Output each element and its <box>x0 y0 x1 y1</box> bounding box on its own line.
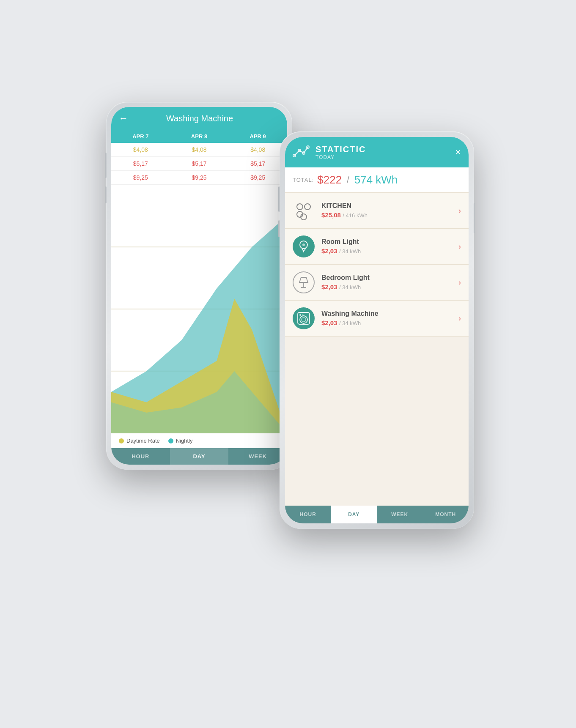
list-item[interactable]: KITCHEN $25,08 / 416 kWh › <box>285 193 469 229</box>
washing-machine-header: ← Washing Machine <box>111 107 287 130</box>
total-amount: $222 <box>317 173 342 186</box>
stat-header: STATICTIC TODAY × <box>285 137 469 167</box>
back-phone-screen-frame: ← Washing Machine APR 7 APR 8 APR 9 $4,0… <box>111 107 287 465</box>
stat-title: STATICTIC <box>315 145 455 154</box>
chart-area <box>111 185 287 433</box>
back-phone: ← Washing Machine APR 7 APR 8 APR 9 $4,0… <box>106 102 292 470</box>
washing-machine-name: Washing Machine <box>321 310 458 317</box>
kitchen-price: $25,08 <box>321 211 341 219</box>
list-item[interactable]: Washing Machine $2,03 / 34 kWh › <box>285 301 469 337</box>
washing-machine-cost: $2,03 / 34 kWh <box>321 319 458 327</box>
tab-month[interactable]: MONTH <box>423 506 469 523</box>
kitchen-cost: $25,08 / 416 kWh <box>321 211 458 219</box>
washing-machine-price: $2,03 <box>321 319 337 326</box>
volume-btn <box>105 153 107 178</box>
chart-icon <box>293 144 310 161</box>
stat-list: KITCHEN $25,08 / 416 kWh › <box>285 193 469 506</box>
svg-rect-19 <box>298 312 310 324</box>
cell-r1c2: $4,08 <box>170 143 229 156</box>
front-phone: STATICTIC TODAY × TOTAL: $222 / 574 kWh <box>280 131 474 529</box>
bedroom-light-kwh: / 34 kWh <box>339 284 361 290</box>
nightly-legend: Nightly <box>168 438 193 444</box>
stat-header-text: STATICTIC TODAY <box>315 145 455 160</box>
washing-machine-info: Washing Machine $2,03 / 34 kWh <box>321 310 458 327</box>
svg-point-23 <box>302 315 304 316</box>
kitchen-kwh: / 416 kWh <box>343 212 368 219</box>
front-phone-screen-frame: STATICTIC TODAY × TOTAL: $222 / 574 kWh <box>285 137 469 523</box>
stat-total: TOTAL: $222 / 574 kWh <box>285 167 469 193</box>
scene: ← Washing Machine APR 7 APR 8 APR 9 $4,0… <box>98 68 478 660</box>
table-row: $4,08 $4,08 $4,08 <box>111 143 287 157</box>
chevron-right-icon: › <box>458 314 461 323</box>
chart-svg <box>111 185 287 433</box>
power-btn <box>474 203 475 233</box>
bedroom-light-name: Bedroom Light <box>321 274 458 282</box>
chevron-right-icon: › <box>458 242 461 251</box>
screen-title: Washing Machine <box>132 114 267 123</box>
bedroom-light-icon <box>293 271 315 293</box>
cell-r2c1: $5,17 <box>111 157 170 170</box>
daytime-label: Daytime Rate <box>126 438 160 444</box>
tab-week[interactable]: WEEK <box>377 506 423 523</box>
stat-subtitle: TODAY <box>315 154 455 160</box>
washing-machine-screen: ← Washing Machine APR 7 APR 8 APR 9 $4,0… <box>111 107 287 465</box>
kitchen-icon <box>293 200 315 222</box>
svg-point-7 <box>297 204 303 210</box>
room-light-price: $2,03 <box>321 247 337 255</box>
cell-r2c2: $5,17 <box>170 157 229 170</box>
tab-day[interactable]: DAY <box>331 506 377 523</box>
room-light-icon <box>293 235 315 257</box>
room-light-kwh: / 34 kWh <box>339 248 361 255</box>
bedroom-light-cost: $2,03 / 34 kWh <box>321 283 458 291</box>
tab-week[interactable]: WEEK <box>228 448 287 465</box>
list-item[interactable]: Bedroom Light $2,03 / 34 kWh › <box>285 265 469 301</box>
svg-point-6 <box>307 146 309 148</box>
room-light-info: Room Light $2,03 / 34 kWh <box>321 238 458 255</box>
stat-bottom-tabs: HOUR DAY WEEK MONTH <box>285 506 469 523</box>
cell-r2c3: $5,17 <box>228 157 287 170</box>
svg-point-22 <box>299 314 301 316</box>
kitchen-name: KITCHEN <box>321 202 458 210</box>
bottom-tabs: HOUR DAY WEEK <box>111 448 287 465</box>
cell-r3c2: $9,25 <box>170 171 229 184</box>
total-kwh: 574 kWh <box>354 173 398 186</box>
nightly-dot <box>168 438 173 443</box>
back-button[interactable]: ← <box>119 113 128 124</box>
svg-point-8 <box>304 204 310 210</box>
washing-machine-icon <box>293 307 315 329</box>
total-sep: / <box>347 175 349 185</box>
cell-r3c1: $9,25 <box>111 171 170 184</box>
table-header: APR 7 APR 8 APR 9 <box>111 130 287 143</box>
daytime-dot <box>119 438 124 443</box>
table-row: $9,25 $9,25 $9,25 <box>111 171 287 185</box>
room-light-name: Room Light <box>321 238 458 246</box>
col-apr7: APR 7 <box>111 133 170 140</box>
tab-hour[interactable]: HOUR <box>111 448 170 465</box>
room-light-cost: $2,03 / 34 kWh <box>321 247 458 255</box>
col-apr8: APR 8 <box>170 133 229 140</box>
close-button[interactable]: × <box>455 146 461 158</box>
mute-btn <box>278 220 280 237</box>
washing-machine-kwh: / 34 kWh <box>339 320 361 326</box>
volume-btn <box>278 186 280 212</box>
svg-line-16 <box>307 242 307 243</box>
list-item[interactable]: Room Light $2,03 / 34 kWh › <box>285 229 469 265</box>
col-apr9: APR 9 <box>228 133 287 140</box>
table-row: $5,17 $5,17 $5,17 <box>111 157 287 171</box>
svg-line-15 <box>300 242 301 243</box>
bedroom-light-info: Bedroom Light $2,03 / 34 kWh <box>321 274 458 291</box>
tab-hour[interactable]: HOUR <box>285 506 331 523</box>
nightly-label: Nightly <box>176 438 193 444</box>
chevron-right-icon: › <box>458 206 461 215</box>
svg-point-13 <box>302 244 305 246</box>
cell-r3c3: $9,25 <box>228 171 287 184</box>
daytime-legend: Daytime Rate <box>119 438 160 444</box>
chevron-right-icon: › <box>458 278 461 287</box>
mute-btn <box>105 186 107 203</box>
chart-legend: Daytime Rate Nightly <box>111 433 287 448</box>
kitchen-info: KITCHEN $25,08 / 416 kWh <box>321 202 458 219</box>
tab-day[interactable]: DAY <box>170 448 229 465</box>
total-label: TOTAL: <box>293 177 314 183</box>
data-table: APR 7 APR 8 APR 9 $4,08 $4,08 $4,08 $5,1… <box>111 130 287 185</box>
cell-r1c3: $4,08 <box>228 143 287 156</box>
